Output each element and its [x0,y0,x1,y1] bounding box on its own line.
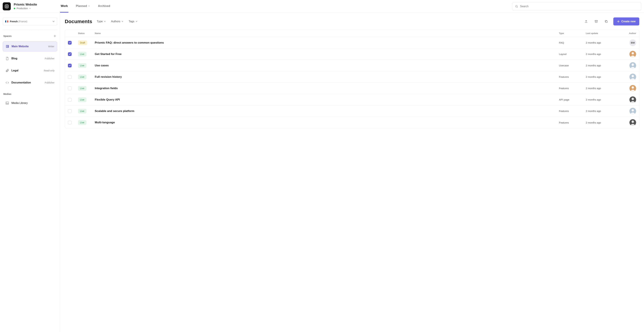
media-library-label: Media Library [12,102,54,105]
page-title: Documents [65,18,92,24]
filter-tags[interactable]: Tags [128,19,138,24]
row-checkbox[interactable] [68,109,72,113]
status-badge: Live [78,120,86,125]
space-item-documentation[interactable]: Documentation Publisher [3,78,57,88]
search-input[interactable] [520,5,638,8]
archive-button[interactable] [593,18,599,24]
space-item-legal[interactable]: Legal Read-only [3,65,57,76]
svg-rect-4 [7,45,8,48]
table-row[interactable]: LiveUse casesUsecase2 months ago [65,60,639,71]
row-checkbox[interactable] [68,75,72,79]
status-badge: Live [78,52,86,56]
th-author: Author [619,32,636,34]
chevron-down-icon [88,5,90,7]
space-item-blog[interactable]: Blog Publisher [3,53,57,63]
svg-point-7 [6,103,7,103]
th-status: Status [78,32,95,34]
space-role: Read-only [44,69,54,72]
create-new-button[interactable]: Create new [613,17,639,25]
author-avatar [630,62,636,69]
tab-planned[interactable]: Planned [75,0,90,12]
environment-label: Production [16,7,28,10]
chevron-down-icon [104,21,106,22]
row-checkbox[interactable] [68,121,72,124]
space-role: Writer [48,45,54,48]
copy-button[interactable] [603,18,609,24]
svg-point-11 [632,52,634,54]
doc-last-update: 2 months ago [586,53,619,55]
row-checkbox[interactable] [68,64,72,67]
table-row[interactable]: LiveGet Started for FreeLayout2 months a… [65,48,639,60]
doc-type: Features [559,87,586,90]
th-name: Name [95,32,559,34]
tab-archived[interactable]: Archived [97,0,111,12]
medias-heading: Medias [3,93,11,95]
documents-table: Status Name Type Last update Author Draf… [65,29,639,128]
chevron-down-icon [136,21,137,22]
svg-point-19 [632,98,634,100]
tab-work[interactable]: Work [60,0,68,12]
filter-type[interactable]: Type [96,19,106,24]
filter-authors[interactable]: Authors [110,19,124,24]
page-icon [5,57,9,60]
svg-rect-9 [606,21,607,23]
row-checkbox[interactable] [68,86,72,90]
author-avatar [630,119,636,126]
space-name: Legal [12,69,42,72]
table-row[interactable]: DraftPrismic FAQ: direct answers to comm… [65,37,639,48]
author-avatar [630,74,636,80]
doc-type: Usecase [559,64,586,67]
tab-label: Work [61,4,68,8]
doc-name: Scalable and secure platform [95,109,559,113]
status-badge: Live [78,63,86,68]
svg-rect-1 [6,6,8,7]
filter-label: Authors [111,20,120,23]
space-item-main-website[interactable]: Main Website Writer [3,41,57,51]
space-name: Blog [12,57,42,60]
doc-last-update: 2 months ago [586,41,619,44]
app-title: Prismic Website [14,3,37,6]
author-avatar: BM [630,39,636,46]
doc-last-update: 2 months ago [586,64,619,67]
status-dot-icon [14,8,15,9]
media-library-item[interactable]: Media Library [3,99,57,107]
th-type: Type [559,32,586,34]
spaces-list: Main Website Writer Blog Publisher Legal… [3,41,57,88]
doc-type: Layout [559,53,586,55]
svg-point-13 [632,63,634,66]
search-box[interactable] [512,2,641,10]
brand-block: Prismic Website Production [3,2,60,10]
table-row[interactable]: LiveFlexible Query APIAPI page2 months a… [65,94,639,105]
topbar: Prismic Website Production Work Planned … [0,0,644,13]
row-checkbox[interactable] [68,52,72,56]
doc-last-update: 2 months ago [586,110,619,112]
locale-selector[interactable]: French (France) [3,17,57,25]
spaces-heading: Spaces [3,35,12,37]
add-space-button[interactable] [53,34,56,38]
logo-icon [4,4,9,8]
divider [3,29,57,30]
svg-point-23 [632,120,634,123]
table-row[interactable]: LiveMulti-languageFeatures2 months ago [65,117,639,128]
author-avatar [630,85,636,92]
row-checkbox[interactable] [68,98,72,102]
table-row[interactable]: LiveScalable and secure platformFeatures… [65,105,639,117]
doc-last-update: 2 months ago [586,98,619,101]
status-badge: Live [78,86,86,91]
status-badge: Live [78,97,86,102]
doc-type: Features [559,75,586,78]
upload-button[interactable] [583,18,589,24]
search-icon [515,5,518,8]
status-badge: Live [78,109,86,113]
environment-selector[interactable]: Production [14,7,37,10]
doc-last-update: 2 months ago [586,121,619,124]
doc-name: Multi-language [95,121,559,124]
table-row[interactable]: LiveIntegration fieldsFeatures2 months a… [65,83,639,94]
sidebar: French (France) Spaces Main Website [0,13,60,332]
row-checkbox[interactable] [68,41,72,44]
nav-tabs: Work Planned Archived [60,0,111,12]
table-row[interactable]: LiveFull revision historyFeatures2 month… [65,71,639,83]
status-badge: Draft [78,40,87,45]
flag-france-icon [5,20,8,22]
code-icon [5,81,9,84]
